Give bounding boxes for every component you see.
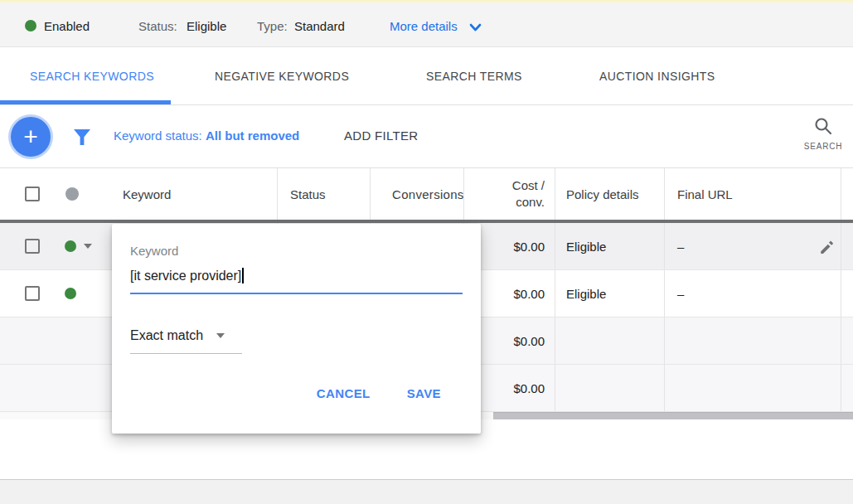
keyword-field-label: Keyword [130,244,178,258]
row-checkbox[interactable] [25,239,40,254]
filter-icon[interactable] [73,128,91,146]
status-label: Status: [138,19,177,33]
final-url-value: – [677,240,684,254]
keyword-input-value: [it service provider] [130,269,241,284]
ad-group-status-bar: Enabled Status: Eligible Type: Standard … [0,2,853,47]
header-cost-conv-cell: Cost / conv. [464,168,555,220]
add-filter-button[interactable]: ADD FILTER [344,128,418,143]
dialog-actions: CANCEL SAVE [112,386,481,400]
column-policy-details: Policy details [566,187,639,201]
policy-cell: Eligible [555,270,665,317]
column-keyword: Keyword [123,187,171,201]
keywords-table-header: Keyword Status Conversions Cost / conv. … [0,168,853,220]
policy-cell [555,317,665,364]
cancel-button[interactable]: CANCEL [317,386,371,400]
match-type-value: Exact match [130,328,203,343]
header-status-cell: Status [278,168,371,220]
active-tab-underline [0,100,171,104]
type-value: Standard [294,19,345,33]
save-button[interactable]: SAVE [407,386,441,400]
policy-value: Eligible [566,287,606,301]
tab-negative-keywords[interactable]: NEGATIVE KEYWORDS [215,47,349,104]
tab-search-terms[interactable]: SEARCH TERMS [426,47,522,104]
column-cost-conv: Cost / conv. [497,177,545,211]
header-spacer-cell [841,168,853,220]
text-cursor [242,268,244,284]
enabled-status-dot [25,20,36,32]
header-final-url-cell: Final URL [665,168,841,220]
policy-value: Eligible [566,240,606,254]
cost-value: $0.00 [513,287,545,301]
keyword-input[interactable]: [it service provider] [130,268,244,284]
horizontal-scrollbar-thumb[interactable] [493,412,853,419]
search-button[interactable]: SEARCH [803,116,843,151]
more-details-button[interactable]: More details [390,19,482,33]
status-dropdown-icon[interactable] [84,244,92,249]
filter-value: All but removed [206,128,299,143]
edit-keyword-dialog: Keyword [it service provider] Exact matc… [112,224,481,434]
edit-button[interactable] [819,239,834,254]
type-label: Type: [257,19,288,33]
match-type-underline [130,353,242,354]
final-url-cell: – [665,270,841,317]
final-url-cell [665,365,841,411]
select-all-checkbox[interactable] [25,187,40,201]
plus-icon: + [23,124,38,149]
column-final-url: Final URL [677,187,733,201]
status-dot-column-icon [65,187,79,201]
keywords-tab-bar: SEARCH KEYWORDS NEGATIVE KEYWORDS SEARCH… [0,47,853,105]
status-value: Eligible [187,19,226,33]
more-details-label: More details [390,19,458,33]
tab-search-keywords[interactable]: SEARCH KEYWORDS [30,47,154,104]
column-conversions: Conversions [392,187,464,201]
match-type-dropdown-icon [216,333,225,338]
cost-value: $0.00 [513,334,545,348]
spacer-cell [841,365,853,411]
search-label: SEARCH [804,142,842,151]
header-conversions-cell: Conversions [371,168,464,220]
chevron-down-icon [469,23,482,32]
final-url-cell: – [665,223,841,269]
enabled-status-dot [65,288,76,299]
row-checkbox[interactable] [25,286,40,301]
pencil-icon [819,239,834,254]
filter-label: Keyword status: [114,128,202,143]
final-url-value: – [677,287,684,301]
filter-toolbar: + Keyword status: All but removed ADD FI… [0,105,853,168]
cost-value: $0.00 [513,381,545,395]
search-icon [813,116,833,136]
keyword-input-underline [130,293,463,294]
tab-auction-insights[interactable]: AUCTION INSIGHTS [599,47,715,104]
enabled-status-dot [65,240,76,252]
keyword-status-filter-chip[interactable]: Keyword status: All but removed [114,128,299,143]
footer-bar [0,479,853,504]
spacer-cell [841,270,853,317]
header-keyword-cell: Keyword [0,168,278,220]
google-ads-keywords-screen: Enabled Status: Eligible Type: Standard … [0,0,853,504]
cost-value: $0.00 [513,240,545,254]
add-keyword-button[interactable]: + [11,117,51,157]
spacer-cell [841,317,853,364]
header-policy-cell: Policy details [555,168,665,220]
spacer-cell [841,223,853,269]
enabled-label: Enabled [44,19,90,33]
policy-cell: Eligible [555,223,665,269]
policy-cell [555,365,665,411]
column-status: Status [290,187,326,201]
match-type-select[interactable]: Exact match [130,328,225,343]
final-url-cell [665,317,841,364]
selected-row-indicator-bar [0,220,853,223]
